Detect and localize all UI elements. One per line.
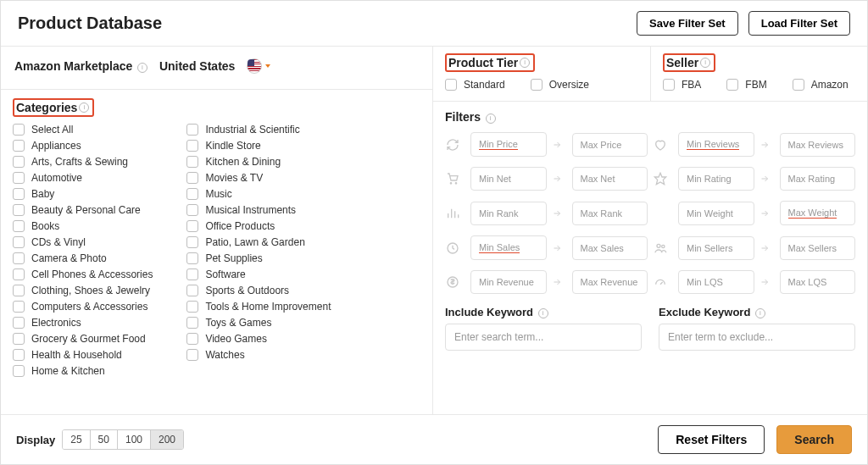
min-rating-input[interactable]: Min Rating xyxy=(678,167,754,191)
checkbox-kindle-store[interactable]: Kindle Store xyxy=(186,140,331,152)
search-button[interactable]: Search xyxy=(776,425,852,454)
max-revenue-input[interactable]: Max Revenue xyxy=(572,270,648,294)
arrow-right-icon xyxy=(552,243,562,253)
checkbox-fbm[interactable]: FBM xyxy=(726,79,766,91)
checkbox-watches[interactable]: Watches xyxy=(186,349,331,361)
min-weight-input[interactable]: Min Weight xyxy=(678,202,754,225)
checkbox-office-products[interactable]: Office Products xyxy=(186,220,331,232)
checkbox-label: Baby xyxy=(31,188,54,200)
checkbox-kitchen-dining[interactable]: Kitchen & Dining xyxy=(186,156,331,168)
checkbox-icon xyxy=(186,317,198,329)
page-size-100[interactable]: 100 xyxy=(118,430,151,449)
tier-seller-row: Product Tier i StandardOversize Seller i… xyxy=(433,47,867,102)
checkbox-icon xyxy=(186,349,198,361)
dollar-icon xyxy=(445,274,460,290)
checkbox-label: FBM xyxy=(745,79,766,91)
max-net-input[interactable]: Max Net xyxy=(572,167,648,191)
checkbox-automotive[interactable]: Automotive xyxy=(13,172,153,184)
min-reviews-input[interactable]: Min Reviews xyxy=(678,132,754,157)
page-size-25[interactable]: 25 xyxy=(63,430,90,449)
save-filter-set-button[interactable]: Save Filter Set xyxy=(637,11,738,36)
checkbox-amazon[interactable]: Amazon xyxy=(793,79,849,91)
checkbox-electronics[interactable]: Electronics xyxy=(13,317,153,329)
checkbox-books[interactable]: Books xyxy=(13,220,153,232)
filter-row: Min RankMax RankMin WeightMax Weight xyxy=(445,201,855,225)
max-reviews-input[interactable]: Max Reviews xyxy=(780,133,856,157)
checkbox-tools-home-improvement[interactable]: Tools & Home Improvement xyxy=(186,301,331,313)
checkbox-video-games[interactable]: Video Games xyxy=(186,333,331,345)
checkbox-sports-outdoors[interactable]: Sports & Outdoors xyxy=(186,285,331,296)
checkbox-icon xyxy=(13,285,25,296)
checkbox-icon xyxy=(663,79,675,91)
checkbox-clothing-shoes-jewelry[interactable]: Clothing, Shoes & Jewelry xyxy=(13,285,153,296)
max-sellers-input[interactable]: Max Sellers xyxy=(780,236,856,260)
min-rank-input[interactable]: Min Rank xyxy=(470,202,547,225)
svg-point-4 xyxy=(657,244,660,247)
min-net-input[interactable]: Min Net xyxy=(470,167,547,191)
users-icon xyxy=(653,241,668,256)
placeholder-text: Max Sellers xyxy=(788,243,837,253)
checkbox-oversize[interactable]: Oversize xyxy=(531,79,589,91)
checkbox-musical-instruments[interactable]: Musical Instruments xyxy=(186,204,331,216)
checkbox-patio-lawn-garden[interactable]: Patio, Lawn & Garden xyxy=(186,236,331,248)
reset-filters-button[interactable]: Reset Filters xyxy=(658,425,765,454)
placeholder-text: Max LQS xyxy=(788,277,827,287)
checkbox-baby[interactable]: Baby xyxy=(13,188,153,200)
star-icon xyxy=(653,171,668,186)
min-sellers-input[interactable]: Min Sellers xyxy=(678,236,754,260)
checkbox-cds-vinyl[interactable]: CDs & Vinyl xyxy=(13,236,153,248)
checkbox-cell-phones-accessories[interactable]: Cell Phones & Accessories xyxy=(13,268,153,280)
categories-heading: Categories xyxy=(16,101,77,114)
checkbox-camera-photo[interactable]: Camera & Photo xyxy=(13,252,153,264)
checkbox-software[interactable]: Software xyxy=(186,268,331,280)
checkbox-label: Oversize xyxy=(549,79,589,91)
checkbox-icon xyxy=(13,188,25,200)
max-sales-input[interactable]: Max Sales xyxy=(572,236,648,260)
seller-options: FBAFBMAmazon xyxy=(663,79,855,91)
checkbox-standard[interactable]: Standard xyxy=(445,79,505,91)
page-size-segment: 2550100200 xyxy=(62,429,184,450)
max-price-input[interactable]: Max Price xyxy=(572,133,648,157)
min-revenue-input[interactable]: Min Revenue xyxy=(470,270,547,294)
checkbox-icon xyxy=(13,365,25,377)
page-size-200[interactable]: 200 xyxy=(151,430,183,449)
max-rating-input[interactable]: Max Rating xyxy=(780,167,856,191)
max-lqs-input[interactable]: Max LQS xyxy=(780,270,856,294)
checkbox-computers-accessories[interactable]: Computers & Accessories xyxy=(13,301,153,313)
checkbox-health-household[interactable]: Health & Household xyxy=(13,349,153,361)
checkbox-appliances[interactable]: Appliances xyxy=(13,140,153,152)
product-tier-heading: Product Tier xyxy=(448,56,518,69)
min-lqs-input[interactable]: Min LQS xyxy=(678,270,754,294)
checkbox-home-kitchen[interactable]: Home & Kitchen xyxy=(13,365,153,377)
page-size-50[interactable]: 50 xyxy=(91,430,118,449)
cart-icon xyxy=(445,171,460,186)
checkbox-music[interactable]: Music xyxy=(186,188,331,200)
exclude-keyword-label: Exclude Keyword xyxy=(659,306,750,318)
filter-grid: Min PriceMax PriceMin ReviewsMax Reviews… xyxy=(445,132,855,294)
checkbox-toys-games[interactable]: Toys & Games xyxy=(186,317,331,329)
checkbox-industrial-scientific[interactable]: Industrial & Scientific xyxy=(186,124,331,136)
include-keyword-input[interactable]: Enter search term... xyxy=(445,324,642,351)
checkbox-icon xyxy=(13,268,25,280)
checkbox-grocery-gourmet-food[interactable]: Grocery & Gourmet Food xyxy=(13,333,153,345)
arrow-right-icon xyxy=(760,174,770,184)
checkbox-label: Music xyxy=(205,188,231,200)
checkbox-icon xyxy=(186,124,198,136)
checkbox-beauty-personal-care[interactable]: Beauty & Personal Care xyxy=(13,204,153,216)
max-weight-input[interactable]: Max Weight xyxy=(780,201,856,225)
categories-col-1: Select AllAppliancesArts, Crafts & Sewin… xyxy=(13,124,153,377)
load-filter-set-button[interactable]: Load Filter Set xyxy=(748,11,850,36)
marketplace-dropdown[interactable] xyxy=(247,58,270,74)
exclude-keyword-input[interactable]: Enter term to exclude... xyxy=(659,324,855,351)
checkbox-icon xyxy=(186,268,198,280)
checkbox-icon xyxy=(186,285,198,296)
max-rank-input[interactable]: Max Rank xyxy=(572,202,648,225)
checkbox-fba[interactable]: FBA xyxy=(663,79,701,91)
checkbox-select-all[interactable]: Select All xyxy=(13,124,153,136)
min-sales-input[interactable]: Min Sales xyxy=(470,235,547,260)
checkbox-pet-supplies[interactable]: Pet Supplies xyxy=(186,252,331,264)
checkbox-arts-crafts-sewing[interactable]: Arts, Crafts & Sewing xyxy=(13,156,153,168)
checkbox-movies-tv[interactable]: Movies & TV xyxy=(186,172,331,184)
min-price-input[interactable]: Min Price xyxy=(470,132,547,157)
heart-icon xyxy=(653,137,668,152)
